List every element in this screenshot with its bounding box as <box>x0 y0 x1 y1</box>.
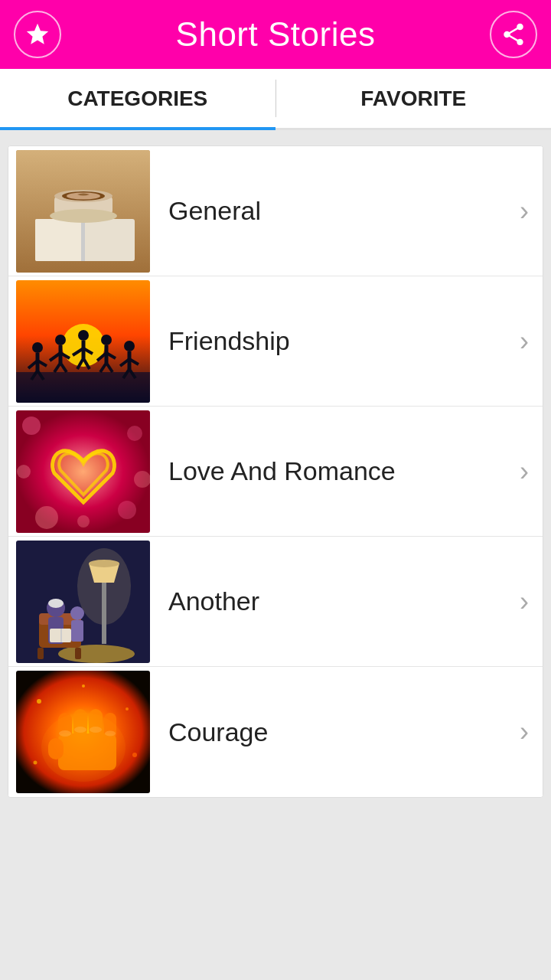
app-header: Short Stories <box>0 0 551 69</box>
category-item-friendship[interactable]: Friendship › <box>8 276 543 407</box>
svg-rect-66 <box>71 620 83 642</box>
tab-favorite[interactable]: FAVORITE <box>276 69 552 128</box>
svg-point-70 <box>37 699 41 704</box>
svg-rect-61 <box>75 648 81 659</box>
chevron-icon-friendship: › <box>520 325 543 358</box>
svg-point-51 <box>134 471 150 488</box>
svg-point-56 <box>89 560 119 567</box>
star-button[interactable] <box>14 11 61 58</box>
svg-rect-3 <box>81 219 85 261</box>
svg-point-45 <box>22 416 41 435</box>
share-button[interactable] <box>490 11 537 58</box>
category-label-courage: Courage <box>158 717 520 747</box>
svg-point-46 <box>127 426 142 441</box>
svg-point-48 <box>118 501 136 519</box>
category-item-courage[interactable]: Courage › <box>8 667 543 797</box>
share-icon <box>500 21 527 47</box>
svg-rect-54 <box>102 583 106 644</box>
svg-point-50 <box>17 465 31 479</box>
star-icon <box>24 21 51 47</box>
chevron-icon-love-romance: › <box>520 456 543 488</box>
svg-point-26 <box>78 330 89 341</box>
category-thumb-friendship <box>16 280 150 403</box>
svg-point-65 <box>70 606 84 620</box>
svg-point-72 <box>34 761 37 765</box>
svg-point-74 <box>82 684 85 688</box>
svg-point-10 <box>50 209 117 223</box>
chevron-icon-general: › <box>520 195 543 227</box>
svg-point-14 <box>32 342 43 353</box>
svg-point-71 <box>126 707 129 710</box>
category-item-another[interactable]: Another › <box>8 537 543 667</box>
svg-point-32 <box>101 335 112 345</box>
category-label-love-romance: Love And Romance <box>158 456 520 486</box>
svg-point-73 <box>132 753 137 757</box>
chevron-icon-another: › <box>520 586 543 618</box>
svg-point-49 <box>77 515 90 528</box>
app-title: Short Stories <box>176 15 376 54</box>
category-label-another: Another <box>158 586 520 616</box>
tab-bar: CATEGORIES FAVORITE <box>0 69 551 130</box>
svg-point-85 <box>41 713 126 782</box>
svg-point-47 <box>35 506 58 529</box>
category-thumb-courage <box>16 671 150 793</box>
svg-point-38 <box>124 341 135 351</box>
category-thumb-love-romance <box>16 410 150 533</box>
category-list: General › <box>8 145 543 798</box>
category-label-general: General <box>158 196 520 226</box>
svg-rect-60 <box>37 648 44 659</box>
category-thumb-another <box>16 541 150 663</box>
svg-rect-68 <box>60 629 62 642</box>
category-thumb-general <box>16 150 150 273</box>
tab-categories[interactable]: CATEGORIES <box>0 69 276 128</box>
chevron-icon-courage: › <box>520 716 543 748</box>
svg-point-20 <box>55 335 66 345</box>
svg-rect-4 <box>35 219 81 261</box>
category-item-love-romance[interactable]: Love And Romance › <box>8 407 543 537</box>
category-item-general[interactable]: General › <box>8 146 543 276</box>
svg-rect-13 <box>16 372 150 403</box>
category-label-friendship: Friendship <box>158 326 520 356</box>
svg-point-63 <box>48 599 64 608</box>
